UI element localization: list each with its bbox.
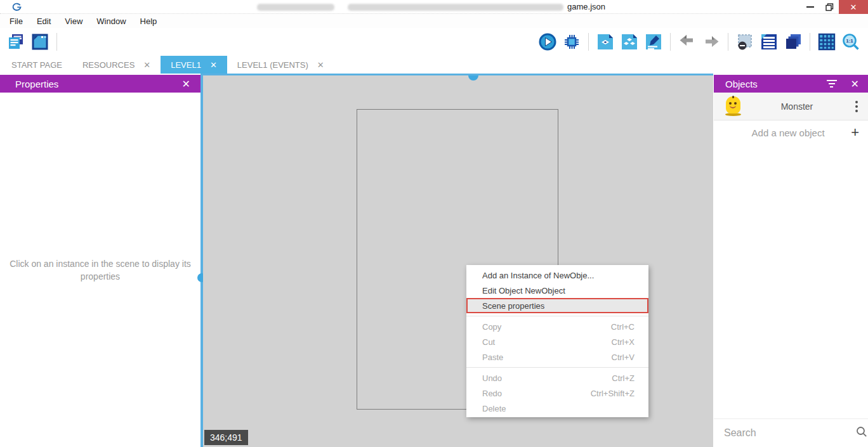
scene-canvas[interactable]: 346;491 Add an Instance of NewObje... Ed… — [203, 74, 713, 447]
undo-icon — [678, 32, 697, 51]
objects-panel-empty-area — [714, 145, 868, 418]
gdevelop-logo-icon — [11, 2, 22, 12]
preview-play-icon — [538, 32, 557, 51]
objects-search-input[interactable] — [724, 427, 855, 439]
tab-resources[interactable]: RESOURCES ✕ — [72, 56, 161, 74]
menu-item-shortcut: Ctrl+Z — [612, 373, 635, 383]
properties-panel: Properties ✕ Click on an instance in the… — [0, 74, 201, 447]
close-button[interactable]: ✕ — [839, 0, 868, 14]
redo-icon — [702, 32, 721, 51]
scene-properties-icon — [644, 32, 663, 51]
object-row-monster[interactable]: Monster — [714, 93, 868, 120]
properties-empty-message: Click on an instance in the scene to dis… — [8, 257, 192, 283]
redo-button[interactable] — [701, 32, 721, 52]
menu-view[interactable]: View — [58, 16, 89, 26]
start-page-button[interactable] — [30, 32, 50, 52]
resizer-handle[interactable] — [468, 75, 478, 81]
toolbar-divider — [670, 33, 671, 51]
scene-instances-button[interactable] — [619, 32, 640, 52]
context-menu-item-delete[interactable]: Delete — [466, 401, 648, 416]
close-icon: ✕ — [850, 3, 857, 12]
tab-close-icon[interactable]: ✕ — [317, 60, 324, 70]
debug-button[interactable] — [562, 32, 582, 52]
context-menu-item-scene-properties[interactable]: Scene properties — [466, 298, 648, 313]
zoom-original-button[interactable]: 1:1 — [841, 32, 861, 52]
toolbar: 1:1 — [0, 28, 868, 56]
menu-item-label: Cut — [482, 337, 495, 347]
debug-icon — [562, 32, 581, 51]
context-menu-item-edit-object[interactable]: Edit Object NewObject — [466, 283, 648, 298]
render-mask-icon — [735, 32, 754, 51]
redacted-title-text — [257, 4, 334, 11]
toolbar-divider — [810, 33, 810, 51]
menu-separator — [466, 367, 648, 368]
grid-button[interactable] — [817, 32, 837, 52]
scene-objects-icon — [596, 32, 615, 51]
context-menu-item-add-instance[interactable]: Add an Instance of NewObje... — [466, 268, 648, 283]
tab-label: LEVEL1 (EVENTS) — [237, 60, 308, 70]
objects-search-row — [714, 418, 868, 447]
menu-bar: File Edit View Window Help — [0, 14, 868, 28]
object-menu-kebab-icon[interactable] — [853, 98, 860, 115]
context-menu-item-redo[interactable]: Redo Ctrl+Shift+Z — [466, 385, 648, 401]
window-controls: ✕ — [801, 0, 868, 14]
layers-button[interactable] — [783, 32, 803, 52]
top-panel-resizer[interactable] — [203, 74, 713, 75]
tab-label: LEVEL1 — [171, 60, 201, 70]
menu-item-shortcut: Ctrl+X — [612, 337, 635, 347]
gdevelop-window: game.json ✕ File Edit View Window Help — [0, 0, 868, 447]
menu-item-label: Paste — [482, 353, 503, 362]
toolbar-divider — [728, 33, 728, 51]
menu-help[interactable]: Help — [133, 16, 164, 26]
context-menu-item-cut[interactable]: Cut Ctrl+X — [466, 334, 648, 349]
tab-label: START PAGE — [11, 60, 62, 70]
instances-list-icon — [760, 32, 779, 51]
tab-close-icon[interactable]: ✕ — [143, 60, 150, 70]
scene-properties-button[interactable] — [643, 32, 664, 52]
title-bar: game.json ✕ — [0, 0, 868, 14]
tab-start-page[interactable]: START PAGE — [1, 56, 72, 74]
plus-icon: + — [851, 126, 859, 139]
properties-close-icon[interactable]: ✕ — [182, 78, 190, 90]
restore-icon — [825, 3, 834, 11]
menu-item-label: Copy — [482, 322, 501, 332]
tab-bar: START PAGE RESOURCES ✕ LEVEL1 ✕ LEVEL1 (… — [0, 56, 868, 74]
render-mask-button[interactable] — [735, 32, 755, 52]
menu-separator — [466, 316, 648, 316]
menu-item-shortcut: Ctrl+C — [611, 322, 635, 332]
add-object-label: Add a new object — [725, 127, 851, 138]
menu-file[interactable]: File — [3, 16, 30, 26]
context-menu-item-paste[interactable]: Paste Ctrl+V — [466, 349, 648, 365]
minimize-button[interactable] — [801, 0, 820, 14]
menu-item-shortcut: Ctrl+V — [612, 353, 635, 362]
tab-level1[interactable]: LEVEL1 ✕ — [161, 56, 227, 74]
monster-thumbnail-icon — [725, 96, 741, 116]
object-name: Monster — [741, 101, 853, 112]
objects-panel-title: Objects — [725, 79, 758, 89]
filter-icon[interactable] — [827, 80, 837, 87]
context-menu-item-undo[interactable]: Undo Ctrl+Z — [466, 370, 648, 385]
undo-button[interactable] — [677, 32, 697, 52]
menu-item-shortcut: Ctrl+Shift+Z — [591, 389, 635, 398]
objects-close-icon[interactable]: ✕ — [851, 78, 859, 90]
add-object-row[interactable]: Add a new object + — [714, 120, 868, 145]
menu-edit[interactable]: Edit — [30, 16, 58, 26]
tab-level1-events[interactable]: LEVEL1 (EVENTS) ✕ — [227, 56, 334, 74]
grid-icon — [817, 32, 836, 51]
cursor-coordinates-badge: 346;491 — [204, 430, 248, 445]
menu-item-label: Delete — [482, 404, 506, 413]
menu-item-label: Undo — [482, 373, 502, 383]
start-page-icon — [30, 32, 49, 51]
context-menu-item-copy[interactable]: Copy Ctrl+C — [466, 319, 648, 334]
project-manager-icon — [6, 32, 25, 51]
project-manager-button[interactable] — [6, 32, 26, 52]
preview-play-button[interactable] — [537, 32, 558, 52]
scene-objects-button[interactable] — [595, 32, 615, 52]
instances-list-button[interactable] — [759, 32, 779, 52]
toolbar-divider — [56, 33, 57, 51]
context-menu: Add an Instance of NewObje... Edit Objec… — [466, 265, 648, 417]
restore-button[interactable] — [820, 0, 839, 14]
search-icon — [855, 425, 868, 441]
menu-window[interactable]: Window — [89, 16, 133, 26]
tab-close-icon[interactable]: ✕ — [210, 60, 217, 70]
